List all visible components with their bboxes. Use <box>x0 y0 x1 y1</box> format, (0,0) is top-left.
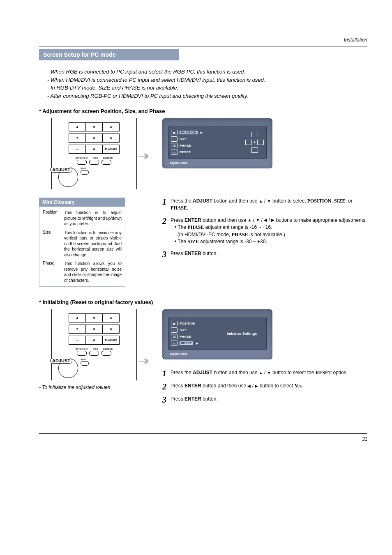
remote-diagram: 456 789 —0FLASHBK EZ SOUND SAP FREEZE AD… <box>51 118 137 189</box>
glossary-row: PhaseThis function allows you to remove … <box>43 261 122 283</box>
step-number: 1 <box>162 369 166 378</box>
note-line: - After connecting RGB-PC or HDMI/DVI to… <box>47 92 367 100</box>
init-steps: 1Press the ADJUST button and then use ▲ … <box>162 369 348 404</box>
osd-right-text: Initialize Settings <box>220 320 264 347</box>
size-icon: ▭ <box>171 327 178 333</box>
osd-footer: Adjust Close <box>168 352 267 355</box>
osd-item-phase: ☰PHASE <box>171 334 215 339</box>
step-number: 2 <box>162 217 166 246</box>
flow-arrow-icon <box>138 148 150 160</box>
step-text: Press ENTER button. <box>171 396 218 404</box>
init-note: - To initialize the adjusted values <box>39 385 125 390</box>
remote-label: APM <box>81 167 86 170</box>
reset-icon: ◇ <box>171 341 178 346</box>
step-number: 3 <box>162 250 166 258</box>
step-text: Press the ADJUST button and then use ▲ /… <box>171 198 367 212</box>
osd-dpad-graphic: + <box>245 129 264 156</box>
glossary-row: SizeThis function is to minimize any ver… <box>43 230 122 258</box>
glossary-row: PositionThis function is to adjust pictu… <box>43 210 122 227</box>
remote-keypad: 456 789 —0FLASHBK <box>69 313 120 345</box>
osd-item-size: ▭SIZE <box>171 136 241 142</box>
osd-item-size: ▭SIZE <box>171 327 215 333</box>
mini-glossary: Mini Glossary PositionThis function is t… <box>39 198 125 287</box>
step-number: 1 <box>162 198 166 212</box>
osd-menu-reset: ▦POSITION ▭SIZE ☰PHASE ◇RESET▶ Initializ… <box>162 309 272 359</box>
note-line: - In RGB-DTV mode, SIZE and PHASE is not… <box>47 84 367 92</box>
remote-label: FREEZE <box>103 157 113 159</box>
remote-label: SAP <box>93 157 98 159</box>
step-text: Press the ADJUST button and then use ▲ /… <box>171 369 348 378</box>
step-text: Press ENTER button. <box>171 250 218 258</box>
page-number: 31 <box>39 436 367 442</box>
header-rule <box>39 46 367 46</box>
remote-label: EZ SOUND <box>76 157 88 159</box>
position-icon: ▦ <box>171 130 178 135</box>
step-text: Press ENTER button and then use ◀ / ▶ bu… <box>171 382 303 391</box>
note-line: - When HDMI/DVI is connected to PC input… <box>47 76 367 84</box>
phase-icon: ☰ <box>171 334 178 339</box>
osd-item-reset: ◇RESET▶ <box>171 341 215 346</box>
adjust-button-label: ADJUST <box>50 167 72 173</box>
remote-keypad: 456 789 —0FLASHBK <box>69 122 120 154</box>
page-title: Screen Setup for PC mode <box>39 49 179 60</box>
footer-rule <box>39 433 367 434</box>
osd-item-position: ▦POSITION <box>171 321 215 326</box>
remote-diagram: 456 789 —0FLASHBK EZ SOUND SAP FREEZE AD… <box>51 309 137 380</box>
reset-icon: ◇ <box>171 150 178 155</box>
adjust-steps: 1Press the ADJUST button and then use ▲ … <box>162 198 367 258</box>
note-line: - When RGB is connected to PC input and … <box>47 68 367 76</box>
osd-item-position: ▦POSITION▶ <box>171 130 241 135</box>
step-number: 2 <box>162 382 166 391</box>
glossary-title: Mini Glossary <box>39 198 125 207</box>
osd-menu-adjust: ▦POSITION▶ ▭SIZE ☰PHASE ◇RESET + Adjust … <box>162 118 272 168</box>
size-icon: ▭ <box>171 136 178 142</box>
flow-arrow-icon <box>138 353 150 365</box>
arrow-right-icon: ▶ <box>201 131 203 134</box>
position-icon: ▦ <box>171 321 178 326</box>
phase-icon: ☰ <box>171 143 178 148</box>
osd-item-phase: ☰PHASE <box>171 143 241 148</box>
adjust-heading: * Adjustment for screen Position, Size, … <box>39 108 367 114</box>
osd-footer: Adjust Close <box>168 161 267 164</box>
step-number: 3 <box>162 396 166 404</box>
init-heading: * Initializing (Reset to original factor… <box>39 299 367 305</box>
step-text: Press ENTER button and then use ▲ / ▼ / … <box>171 217 367 246</box>
osd-item-reset: ◇RESET <box>171 150 241 155</box>
notes-block: - When RGB is connected to PC input and … <box>47 68 367 100</box>
section-header: Installation <box>39 37 367 43</box>
arrow-right-icon: ▶ <box>196 342 198 345</box>
